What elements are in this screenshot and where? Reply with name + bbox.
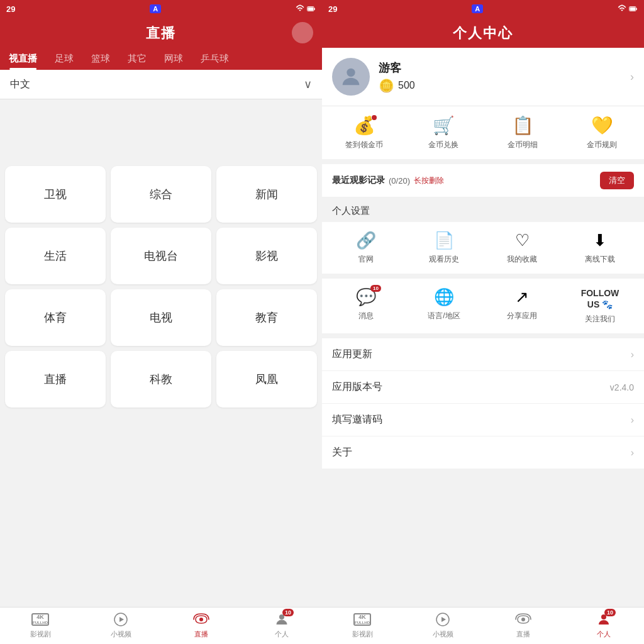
language-selector[interactable]: 中文 ∨ [0,70,322,99]
status-icons-left [296,4,316,13]
si-label-观看历史: 观看历史 [429,254,459,265]
nav-item-个人-right[interactable]: 10 个人 [564,611,644,639]
grid-item-科教[interactable]: 科教 [111,351,211,408]
grid-item-电视台[interactable]: 电视台 [111,228,211,284]
arrow-icon-填写邀请码: › [631,414,634,426]
si-label-语言地区: 语言/地区 [428,311,460,321]
grid-item-直播[interactable]: 直播 [5,351,106,408]
tab-网球[interactable]: 网球 [155,48,192,70]
tab-篮球[interactable]: 篮球 [82,48,119,70]
grid-item-体育[interactable]: 体育 [5,289,106,346]
profile-header[interactable]: 游客 🪙 500 › [322,48,644,106]
qa-icon-规则: 💛 [591,115,613,136]
quick-actions: 💰 签到领金币 🛒 金币兑换 📋 金币明细 💛 金币规则 [322,106,644,164]
grid-item-卫视[interactable]: 卫视 [5,166,106,223]
settings-item-离线下载[interactable]: ⬇ 离线下载 [561,231,639,265]
grid-item-生活[interactable]: 生活 [5,228,106,284]
grid-item-凤凰[interactable]: 凤凰 [216,351,317,408]
menu-item-填写邀请码[interactable]: 填写邀请码 › [322,404,644,436]
header-right: 个人中心 [322,18,644,48]
grid-row-1: 卫视 综合 新闻 [5,166,317,223]
mi-value-版本: v2.4.0 [610,382,634,392]
nav-item-小视频-right[interactable]: 小视频 [402,611,483,639]
qa-金币明细[interactable]: 📋 金币明细 [483,115,562,150]
nav-label-影视剧-right: 影视剧 [352,630,373,639]
nav-item-影视剧-right[interactable]: 4K FULLHD 影视剧 [322,611,402,639]
records-left: 最近观影记录 (0/20) 长按删除 [332,175,444,186]
grid-item-电视[interactable]: 电视 [111,289,211,346]
nav-label-直播-left: 直播 [194,630,208,639]
svg-rect-9 [630,7,635,10]
qa-金币兑换[interactable]: 🛒 金币兑换 [404,115,483,150]
live-icon-left [193,611,209,628]
settings-item-我的收藏[interactable]: ♡ 我的收藏 [483,231,561,265]
qa-金币规则[interactable]: 💛 金币规则 [562,115,641,150]
grid-item-新闻[interactable]: 新闻 [216,166,317,223]
settings-grid-2: 💬 10 消息 🌐 语言/地区 ↗ 分享应用 FOLLOWUS 🐾 关注我们 [322,279,644,338]
records-count: (0/20) [389,176,410,186]
records-clear-button[interactable]: 清空 [600,172,634,189]
svg-point-10 [347,69,355,77]
play-icon-right [435,611,451,628]
message-icon: 💬 10 [356,287,376,307]
coin-icon: 🪙 [379,78,394,93]
tab-其它[interactable]: 其它 [119,48,155,70]
nav-label-直播-right: 直播 [516,630,530,639]
bottom-nav-right: 4K FULLHD 影视剧 小视频 直播 [322,607,644,644]
grid-item-影视[interactable]: 影视 [216,228,317,284]
settings-item-观看历史[interactable]: 📄 观看历史 [405,231,483,265]
person-badge-left: 10 [282,609,294,616]
nav-item-个人-left[interactable]: 10 个人 [242,611,322,639]
person-badge-right: 10 [604,609,616,616]
settings-grid-1: 🔗 官网 📄 观看历史 ♡ 我的收藏 ⬇ 离线下载 [322,222,644,279]
qa-icon-兑换: 🛒 [433,115,455,136]
settings-item-关注我们[interactable]: FOLLOWUS 🐾 关注我们 [561,287,639,325]
mi-label-填写邀请码: 填写邀请码 [332,413,382,426]
app-badge-left: A [150,4,161,13]
menu-item-关于[interactable]: 关于 › [322,436,644,469]
channel-grid: 卫视 综合 新闻 生活 电视台 影视 体育 电视 教育 直播 科教 凤凰 [0,99,322,607]
mi-label-应用更新: 应用更新 [332,348,372,361]
person-icon-right: 10 [596,611,612,628]
settings-item-消息[interactable]: 💬 10 消息 [327,287,405,325]
mi-right-填写邀请码: › [631,414,634,426]
grid-item-教育[interactable]: 教育 [216,289,317,346]
mi-label-关于: 关于 [332,446,352,459]
4k-icon-right: 4K FULLHD [354,611,370,628]
nav-label-影视剧-left: 影视剧 [30,630,51,639]
svg-marker-12 [441,617,446,622]
qa-dot-签到 [372,115,377,120]
si-label-官网: 官网 [358,254,374,265]
grid-row-0 [5,104,317,161]
settings-item-官网[interactable]: 🔗 官网 [327,231,405,265]
profile-name: 游客 [379,60,630,75]
mi-right-应用版本号: v2.4.0 [610,382,634,392]
tab-乒乓球[interactable]: 乒乓球 [192,48,238,70]
grid-row-3: 体育 电视 教育 [5,289,317,346]
header-avatar[interactable] [292,22,313,43]
person-icon-left: 10 [274,611,290,628]
si-label-离线下载: 离线下载 [585,254,615,265]
mi-right-关于: › [631,447,634,458]
nav-item-直播-right[interactable]: 直播 [483,611,564,639]
qa-label-明细: 金币明细 [508,140,538,150]
nav-item-影视剧-left[interactable]: 4K FULLHD 影视剧 [0,611,80,639]
grid-item-综合[interactable]: 综合 [111,166,211,223]
menu-item-应用更新[interactable]: 应用更新 › [322,338,644,371]
nav-item-直播-left[interactable]: 直播 [161,611,242,639]
qa-签到领金币[interactable]: 💰 签到领金币 [325,115,404,150]
qa-label-规则: 金币规则 [587,140,617,150]
share-icon: ↗ [515,287,529,307]
qa-label-兑换: 金币兑换 [428,140,458,150]
tab-nav-left: 视直播 足球 篮球 其它 网球 乒乓球 [0,48,322,70]
settings-item-语言地区[interactable]: 🌐 语言/地区 [405,287,483,325]
menu-item-应用版本号: 应用版本号 v2.4.0 [322,371,644,404]
settings-item-分享应用[interactable]: ↗ 分享应用 [483,287,561,325]
tab-足球[interactable]: 足球 [46,48,82,70]
nav-item-小视频-left[interactable]: 小视频 [80,611,161,639]
svg-point-5 [199,618,203,621]
history-icon: 📄 [434,231,454,250]
nav-label-个人-right: 个人 [597,630,611,639]
tab-视直播[interactable]: 视直播 [0,48,46,70]
records-title: 最近观影记录 [332,175,385,186]
